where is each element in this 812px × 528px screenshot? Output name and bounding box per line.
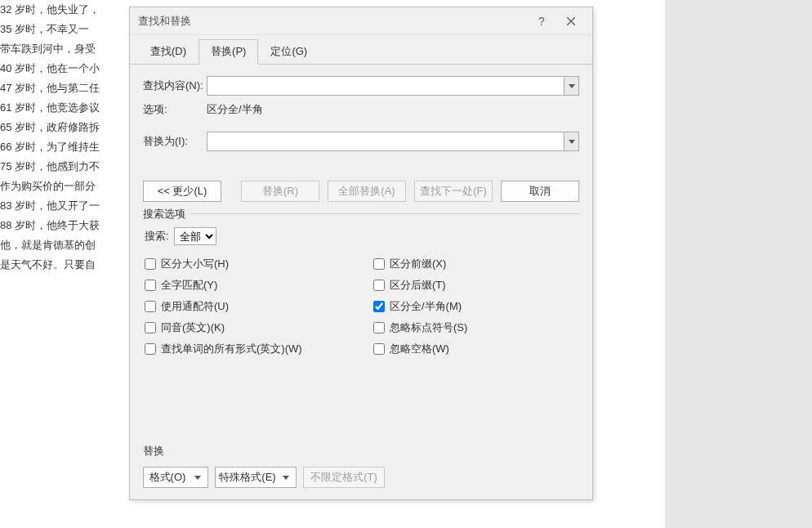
help-button[interactable]: ? [527, 11, 556, 31]
ignore-punct-check[interactable]: 忽略标点符号(S) [373, 320, 578, 335]
ignore-space-checkbox[interactable] [373, 343, 385, 355]
replace-all-button[interactable]: 全部替换(A) [328, 181, 406, 202]
dialog-content: 查找内容(N): 选项: 区分全/半角 替换为(I): << 更少(L) [130, 65, 592, 499]
whole-word-check[interactable]: 全字匹配(Y) [145, 278, 349, 293]
cancel-button[interactable]: 取消 [501, 181, 579, 202]
suffix-check[interactable]: 区分后缀(T) [373, 278, 578, 293]
sounds-like-check[interactable]: 同音(英文)(K) [145, 320, 349, 335]
find-next-button[interactable]: 查找下一处(F) [414, 181, 493, 202]
find-what-input[interactable] [207, 76, 579, 96]
suffix-checkbox[interactable] [373, 280, 385, 291]
replace-section-legend: 替换 [143, 444, 579, 459]
prefix-check[interactable]: 区分前缀(X) [373, 257, 578, 271]
dialog-titlebar[interactable]: 查找和替换 ? [130, 7, 592, 35]
checkbox-right-col: 区分前缀(X) 区分后缀(T) 区分全/半角(M) 忽略标点符号(S) 忽略空格… [349, 257, 578, 356]
replace-with-dropdown[interactable] [564, 132, 578, 150]
match-case-check[interactable]: 区分大小写(H) [145, 257, 349, 271]
prefix-checkbox[interactable] [373, 258, 385, 270]
close-button[interactable] [556, 11, 586, 31]
spacer [143, 361, 579, 444]
options-label: 选项: [143, 102, 207, 117]
search-direction-select[interactable]: 全部 [174, 227, 216, 245]
dialog-title: 查找和替换 [138, 14, 527, 29]
format-button[interactable]: 格式(O) [143, 467, 208, 488]
replace-with-label: 替换为(I): [143, 134, 207, 149]
action-buttons: << 更少(L) 替换(R) 全部替换(A) 查找下一处(F) 取消 [143, 181, 579, 202]
options-value: 区分全/半角 [207, 102, 263, 117]
find-what-dropdown[interactable] [564, 77, 578, 95]
chevron-down-icon [569, 84, 575, 88]
chevron-down-icon [569, 140, 575, 144]
wildcards-check[interactable]: 使用通配符(U) [145, 299, 349, 314]
close-icon [567, 17, 575, 25]
ignore-punct-checkbox[interactable] [373, 322, 385, 333]
search-options-fieldset: 搜索选项 搜索: 全部 区分大小写(H) 全字匹配(Y) 使用通配符(U) 同音… [143, 213, 579, 361]
no-format-button[interactable]: 不限定格式(T) [303, 467, 385, 488]
search-direction-label: 搜索: [145, 229, 169, 244]
replace-with-input[interactable] [207, 132, 579, 151]
tab-goto[interactable]: 定位(G) [258, 39, 319, 65]
replace-with-row: 替换为(I): [143, 132, 579, 151]
ignore-space-check[interactable]: 忽略空格(W) [373, 342, 578, 356]
all-forms-checkbox[interactable] [145, 343, 156, 355]
checkbox-left-col: 区分大小写(H) 全字匹配(Y) 使用通配符(U) 同音(英文)(K) 查找单词… [145, 257, 349, 356]
find-replace-dialog: 查找和替换 ? 查找(D) 替换(P) 定位(G) 查找内容(N): 选项: 区… [129, 7, 593, 500]
wildcards-checkbox[interactable] [145, 301, 156, 312]
search-options-legend: 搜索选项 [143, 207, 190, 221]
document-right-margin [665, 0, 812, 528]
replace-button[interactable]: 替换(R) [241, 181, 319, 202]
less-button[interactable]: << 更少(L) [143, 181, 221, 202]
sounds-like-checkbox[interactable] [145, 322, 156, 333]
checkbox-grid: 区分大小写(H) 全字匹配(Y) 使用通配符(U) 同音(英文)(K) 查找单词… [145, 257, 578, 356]
search-direction-row: 搜索: 全部 [145, 227, 578, 245]
match-case-checkbox[interactable] [145, 258, 156, 270]
special-format-button[interactable]: 特殊格式(E) [215, 467, 297, 488]
replace-format-buttons: 格式(O) 特殊格式(E) 不限定格式(T) [143, 467, 579, 488]
tab-find[interactable]: 查找(D) [138, 39, 199, 65]
find-what-combo [207, 76, 579, 96]
dialog-tabs: 查找(D) 替换(P) 定位(G) [130, 35, 592, 65]
full-half-checkbox[interactable] [373, 301, 385, 312]
find-what-row: 查找内容(N): [143, 76, 579, 96]
whole-word-checkbox[interactable] [145, 280, 156, 291]
options-row: 选项: 区分全/半角 [143, 102, 579, 117]
tab-replace[interactable]: 替换(P) [199, 39, 258, 65]
all-forms-check[interactable]: 查找单词的所有形式(英文)(W) [145, 342, 349, 356]
find-what-label: 查找内容(N): [143, 78, 207, 93]
full-half-check[interactable]: 区分全/半角(M) [373, 299, 578, 314]
replace-with-combo [207, 132, 579, 151]
